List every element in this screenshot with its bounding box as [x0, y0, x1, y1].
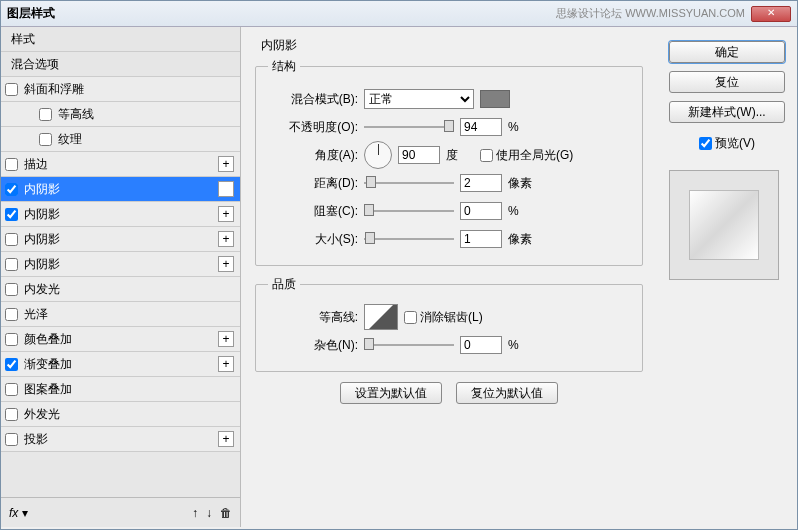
style-row[interactable]: 内阴影+: [1, 202, 240, 227]
style-checkbox[interactable]: [5, 158, 18, 171]
noise-label: 杂色(N):: [268, 337, 358, 354]
size-input[interactable]: [460, 230, 502, 248]
choke-unit: %: [508, 204, 536, 218]
blend-mode-select[interactable]: 正常: [364, 89, 474, 109]
contour-label: 等高线:: [268, 309, 358, 326]
choke-input[interactable]: [460, 202, 502, 220]
style-row[interactable]: 投影+: [1, 427, 240, 452]
style-row[interactable]: 纹理: [1, 127, 240, 152]
style-list: 样式 混合选项 斜面和浮雕等高线纹理描边+内阴影+内阴影+内阴影+内阴影+内发光…: [1, 27, 240, 497]
add-effect-icon[interactable]: +: [218, 181, 234, 197]
angle-dial[interactable]: [364, 141, 392, 169]
new-style-button[interactable]: 新建样式(W)...: [669, 101, 785, 123]
style-checkbox[interactable]: [5, 283, 18, 296]
add-effect-icon[interactable]: +: [218, 231, 234, 247]
blending-options-row[interactable]: 混合选项: [1, 52, 240, 77]
style-label: 内阴影: [24, 206, 218, 223]
style-row[interactable]: 描边+: [1, 152, 240, 177]
close-button[interactable]: ✕: [751, 6, 791, 22]
opacity-input[interactable]: [460, 118, 502, 136]
style-row[interactable]: 外发光: [1, 402, 240, 427]
style-row[interactable]: 内阴影+: [1, 252, 240, 277]
size-label: 大小(S):: [268, 231, 358, 248]
style-row[interactable]: 斜面和浮雕: [1, 77, 240, 102]
distance-input[interactable]: [460, 174, 502, 192]
global-light-checkbox[interactable]: 使用全局光(G): [480, 147, 573, 164]
preview-checkbox[interactable]: 预览(V): [669, 135, 785, 152]
action-column: 确定 复位 新建样式(W)... 预览(V): [657, 27, 797, 527]
style-label: 描边: [24, 156, 218, 173]
shadow-color-swatch[interactable]: [480, 90, 510, 108]
style-checkbox[interactable]: [5, 308, 18, 321]
style-checkbox[interactable]: [39, 108, 52, 121]
reset-default-button[interactable]: 复位为默认值: [456, 382, 558, 404]
window-title: 图层样式: [7, 5, 556, 22]
preview-swatch: [689, 190, 759, 260]
style-label: 颜色叠加: [24, 331, 218, 348]
opacity-label: 不透明度(O):: [268, 119, 358, 136]
styles-header[interactable]: 样式: [1, 27, 240, 52]
noise-input[interactable]: [460, 336, 502, 354]
panel-title: 内阴影: [261, 37, 643, 54]
titlebar[interactable]: 图层样式 思缘设计论坛 WWW.MISSYUAN.COM ✕: [1, 1, 797, 27]
style-checkbox[interactable]: [39, 133, 52, 146]
style-label: 内阴影: [24, 256, 218, 273]
style-checkbox[interactable]: [5, 83, 18, 96]
distance-slider[interactable]: [364, 176, 454, 190]
add-effect-icon[interactable]: +: [218, 356, 234, 372]
style-checkbox[interactable]: [5, 333, 18, 346]
style-checkbox[interactable]: [5, 183, 18, 196]
style-row[interactable]: 图案叠加: [1, 377, 240, 402]
style-checkbox[interactable]: [5, 433, 18, 446]
angle-label: 角度(A):: [268, 147, 358, 164]
move-down-icon[interactable]: ↓: [206, 506, 212, 520]
style-row[interactable]: 内发光: [1, 277, 240, 302]
style-checkbox[interactable]: [5, 258, 18, 271]
opacity-slider[interactable]: [364, 120, 454, 134]
style-label: 图案叠加: [24, 381, 234, 398]
style-label: 斜面和浮雕: [24, 81, 234, 98]
trash-icon[interactable]: 🗑: [220, 506, 232, 520]
add-effect-icon[interactable]: +: [218, 206, 234, 222]
angle-input[interactable]: [398, 146, 440, 164]
style-row[interactable]: 渐变叠加+: [1, 352, 240, 377]
style-row[interactable]: 内阴影+: [1, 177, 240, 202]
add-effect-icon[interactable]: +: [218, 331, 234, 347]
style-row[interactable]: 光泽: [1, 302, 240, 327]
move-up-icon[interactable]: ↑: [192, 506, 198, 520]
style-row[interactable]: 内阴影+: [1, 227, 240, 252]
fx-icon[interactable]: fx ▾: [9, 506, 28, 520]
style-checkbox[interactable]: [5, 208, 18, 221]
contour-picker[interactable]: [364, 304, 398, 330]
sidebar-footer: fx ▾ ↑ ↓ 🗑: [1, 497, 240, 527]
style-label: 纹理: [58, 131, 234, 148]
style-checkbox[interactable]: [5, 408, 18, 421]
quality-group: 品质 等高线: 消除锯齿(L) 杂色(N): %: [255, 276, 643, 372]
antialias-checkbox[interactable]: 消除锯齿(L): [404, 309, 483, 326]
style-checkbox[interactable]: [5, 233, 18, 246]
style-label: 光泽: [24, 306, 234, 323]
choke-slider[interactable]: [364, 204, 454, 218]
style-row[interactable]: 颜色叠加+: [1, 327, 240, 352]
add-effect-icon[interactable]: +: [218, 256, 234, 272]
style-label: 外发光: [24, 406, 234, 423]
make-default-button[interactable]: 设置为默认值: [340, 382, 442, 404]
options-panel: 内阴影 结构 混合模式(B): 正常 不透明度(O):: [241, 27, 657, 527]
style-row[interactable]: 等高线: [1, 102, 240, 127]
quality-legend: 品质: [268, 276, 300, 293]
style-label: 内阴影: [24, 181, 218, 198]
style-checkbox[interactable]: [5, 383, 18, 396]
add-effect-icon[interactable]: +: [218, 431, 234, 447]
style-label: 投影: [24, 431, 218, 448]
noise-slider[interactable]: [364, 338, 454, 352]
add-effect-icon[interactable]: +: [218, 156, 234, 172]
distance-unit: 像素: [508, 175, 536, 192]
style-checkbox[interactable]: [5, 358, 18, 371]
size-slider[interactable]: [364, 232, 454, 246]
distance-label: 距离(D):: [268, 175, 358, 192]
preview-box: [669, 170, 779, 280]
ok-button[interactable]: 确定: [669, 41, 785, 63]
cancel-button[interactable]: 复位: [669, 71, 785, 93]
opacity-unit: %: [508, 120, 536, 134]
size-unit: 像素: [508, 231, 536, 248]
